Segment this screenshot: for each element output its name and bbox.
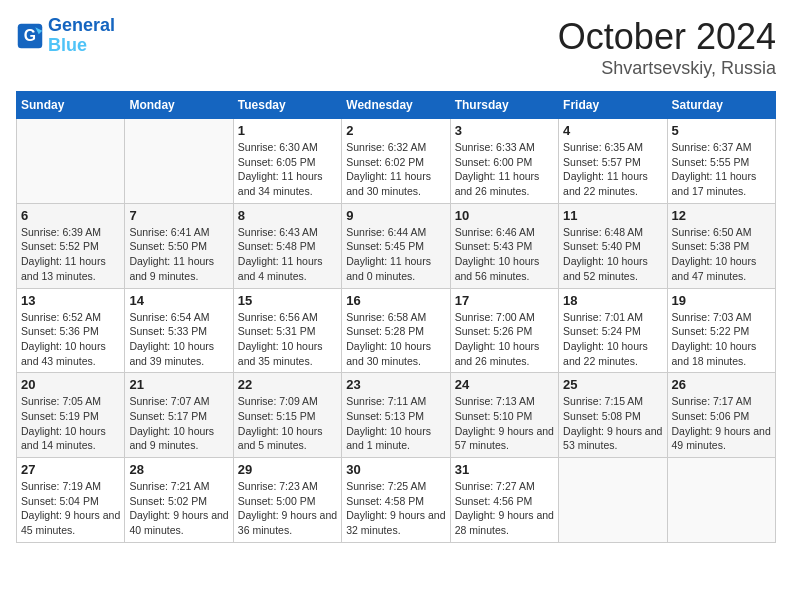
calendar-cell: 5Sunrise: 6:37 AM Sunset: 5:55 PM Daylig… xyxy=(667,119,775,204)
calendar-cell: 20Sunrise: 7:05 AM Sunset: 5:19 PM Dayli… xyxy=(17,373,125,458)
day-info: Sunrise: 6:37 AM Sunset: 5:55 PM Dayligh… xyxy=(672,140,771,199)
day-number: 4 xyxy=(563,123,662,138)
day-number: 24 xyxy=(455,377,554,392)
calendar-cell xyxy=(125,119,233,204)
day-number: 30 xyxy=(346,462,445,477)
title-block: October 2024 Shvartsevskiy, Russia xyxy=(558,16,776,79)
calendar-week-3: 13Sunrise: 6:52 AM Sunset: 5:36 PM Dayli… xyxy=(17,288,776,373)
svg-text:G: G xyxy=(24,27,36,44)
day-info: Sunrise: 7:01 AM Sunset: 5:24 PM Dayligh… xyxy=(563,310,662,369)
day-info: Sunrise: 7:03 AM Sunset: 5:22 PM Dayligh… xyxy=(672,310,771,369)
calendar-cell: 8Sunrise: 6:43 AM Sunset: 5:48 PM Daylig… xyxy=(233,203,341,288)
day-number: 31 xyxy=(455,462,554,477)
weekday-header-monday: Monday xyxy=(125,92,233,119)
calendar-cell: 11Sunrise: 6:48 AM Sunset: 5:40 PM Dayli… xyxy=(559,203,667,288)
day-info: Sunrise: 7:27 AM Sunset: 4:56 PM Dayligh… xyxy=(455,479,554,538)
day-info: Sunrise: 6:56 AM Sunset: 5:31 PM Dayligh… xyxy=(238,310,337,369)
day-info: Sunrise: 7:21 AM Sunset: 5:02 PM Dayligh… xyxy=(129,479,228,538)
day-info: Sunrise: 7:07 AM Sunset: 5:17 PM Dayligh… xyxy=(129,394,228,453)
calendar-cell: 29Sunrise: 7:23 AM Sunset: 5:00 PM Dayli… xyxy=(233,458,341,543)
calendar-cell: 21Sunrise: 7:07 AM Sunset: 5:17 PM Dayli… xyxy=(125,373,233,458)
weekday-header-wednesday: Wednesday xyxy=(342,92,450,119)
day-info: Sunrise: 6:32 AM Sunset: 6:02 PM Dayligh… xyxy=(346,140,445,199)
calendar-cell: 28Sunrise: 7:21 AM Sunset: 5:02 PM Dayli… xyxy=(125,458,233,543)
calendar-week-5: 27Sunrise: 7:19 AM Sunset: 5:04 PM Dayli… xyxy=(17,458,776,543)
calendar-cell: 15Sunrise: 6:56 AM Sunset: 5:31 PM Dayli… xyxy=(233,288,341,373)
calendar-cell: 2Sunrise: 6:32 AM Sunset: 6:02 PM Daylig… xyxy=(342,119,450,204)
day-number: 27 xyxy=(21,462,120,477)
calendar-cell: 7Sunrise: 6:41 AM Sunset: 5:50 PM Daylig… xyxy=(125,203,233,288)
day-number: 22 xyxy=(238,377,337,392)
day-number: 19 xyxy=(672,293,771,308)
day-info: Sunrise: 7:23 AM Sunset: 5:00 PM Dayligh… xyxy=(238,479,337,538)
day-info: Sunrise: 7:17 AM Sunset: 5:06 PM Dayligh… xyxy=(672,394,771,453)
calendar-cell: 24Sunrise: 7:13 AM Sunset: 5:10 PM Dayli… xyxy=(450,373,558,458)
day-info: Sunrise: 6:54 AM Sunset: 5:33 PM Dayligh… xyxy=(129,310,228,369)
calendar-cell: 19Sunrise: 7:03 AM Sunset: 5:22 PM Dayli… xyxy=(667,288,775,373)
day-info: Sunrise: 6:43 AM Sunset: 5:48 PM Dayligh… xyxy=(238,225,337,284)
logo-icon: G xyxy=(16,22,44,50)
weekday-header-sunday: Sunday xyxy=(17,92,125,119)
calendar-cell: 17Sunrise: 7:00 AM Sunset: 5:26 PM Dayli… xyxy=(450,288,558,373)
logo-text: GeneralBlue xyxy=(48,16,115,56)
day-number: 9 xyxy=(346,208,445,223)
calendar-table: SundayMondayTuesdayWednesdayThursdayFrid… xyxy=(16,91,776,543)
day-number: 5 xyxy=(672,123,771,138)
calendar-cell: 14Sunrise: 6:54 AM Sunset: 5:33 PM Dayli… xyxy=(125,288,233,373)
day-number: 25 xyxy=(563,377,662,392)
calendar-cell: 22Sunrise: 7:09 AM Sunset: 5:15 PM Dayli… xyxy=(233,373,341,458)
calendar-cell: 10Sunrise: 6:46 AM Sunset: 5:43 PM Dayli… xyxy=(450,203,558,288)
weekday-header-thursday: Thursday xyxy=(450,92,558,119)
day-info: Sunrise: 7:09 AM Sunset: 5:15 PM Dayligh… xyxy=(238,394,337,453)
calendar-cell xyxy=(17,119,125,204)
day-info: Sunrise: 6:48 AM Sunset: 5:40 PM Dayligh… xyxy=(563,225,662,284)
day-number: 7 xyxy=(129,208,228,223)
day-number: 8 xyxy=(238,208,337,223)
day-info: Sunrise: 6:33 AM Sunset: 6:00 PM Dayligh… xyxy=(455,140,554,199)
calendar-cell: 16Sunrise: 6:58 AM Sunset: 5:28 PM Dayli… xyxy=(342,288,450,373)
day-info: Sunrise: 7:19 AM Sunset: 5:04 PM Dayligh… xyxy=(21,479,120,538)
logo: G GeneralBlue xyxy=(16,16,115,56)
day-info: Sunrise: 6:46 AM Sunset: 5:43 PM Dayligh… xyxy=(455,225,554,284)
day-number: 2 xyxy=(346,123,445,138)
day-number: 23 xyxy=(346,377,445,392)
day-info: Sunrise: 6:41 AM Sunset: 5:50 PM Dayligh… xyxy=(129,225,228,284)
day-number: 3 xyxy=(455,123,554,138)
day-number: 16 xyxy=(346,293,445,308)
day-info: Sunrise: 7:25 AM Sunset: 4:58 PM Dayligh… xyxy=(346,479,445,538)
day-info: Sunrise: 7:05 AM Sunset: 5:19 PM Dayligh… xyxy=(21,394,120,453)
day-number: 14 xyxy=(129,293,228,308)
day-info: Sunrise: 6:50 AM Sunset: 5:38 PM Dayligh… xyxy=(672,225,771,284)
location-title: Shvartsevskiy, Russia xyxy=(558,58,776,79)
month-title: October 2024 xyxy=(558,16,776,58)
calendar-cell: 27Sunrise: 7:19 AM Sunset: 5:04 PM Dayli… xyxy=(17,458,125,543)
calendar-cell xyxy=(667,458,775,543)
weekday-header-row: SundayMondayTuesdayWednesdayThursdayFrid… xyxy=(17,92,776,119)
day-number: 21 xyxy=(129,377,228,392)
calendar-cell xyxy=(559,458,667,543)
day-number: 20 xyxy=(21,377,120,392)
weekday-header-friday: Friday xyxy=(559,92,667,119)
day-number: 12 xyxy=(672,208,771,223)
calendar-cell: 13Sunrise: 6:52 AM Sunset: 5:36 PM Dayli… xyxy=(17,288,125,373)
day-number: 17 xyxy=(455,293,554,308)
day-number: 10 xyxy=(455,208,554,223)
calendar-cell: 4Sunrise: 6:35 AM Sunset: 5:57 PM Daylig… xyxy=(559,119,667,204)
day-info: Sunrise: 6:58 AM Sunset: 5:28 PM Dayligh… xyxy=(346,310,445,369)
day-number: 18 xyxy=(563,293,662,308)
calendar-cell: 31Sunrise: 7:27 AM Sunset: 4:56 PM Dayli… xyxy=(450,458,558,543)
calendar-cell: 12Sunrise: 6:50 AM Sunset: 5:38 PM Dayli… xyxy=(667,203,775,288)
weekday-header-saturday: Saturday xyxy=(667,92,775,119)
calendar-cell: 6Sunrise: 6:39 AM Sunset: 5:52 PM Daylig… xyxy=(17,203,125,288)
day-info: Sunrise: 7:11 AM Sunset: 5:13 PM Dayligh… xyxy=(346,394,445,453)
calendar-cell: 18Sunrise: 7:01 AM Sunset: 5:24 PM Dayli… xyxy=(559,288,667,373)
day-number: 15 xyxy=(238,293,337,308)
calendar-cell: 3Sunrise: 6:33 AM Sunset: 6:00 PM Daylig… xyxy=(450,119,558,204)
day-number: 11 xyxy=(563,208,662,223)
day-info: Sunrise: 6:35 AM Sunset: 5:57 PM Dayligh… xyxy=(563,140,662,199)
calendar-cell: 23Sunrise: 7:11 AM Sunset: 5:13 PM Dayli… xyxy=(342,373,450,458)
calendar-week-4: 20Sunrise: 7:05 AM Sunset: 5:19 PM Dayli… xyxy=(17,373,776,458)
day-number: 29 xyxy=(238,462,337,477)
weekday-header-tuesday: Tuesday xyxy=(233,92,341,119)
calendar-cell: 1Sunrise: 6:30 AM Sunset: 6:05 PM Daylig… xyxy=(233,119,341,204)
